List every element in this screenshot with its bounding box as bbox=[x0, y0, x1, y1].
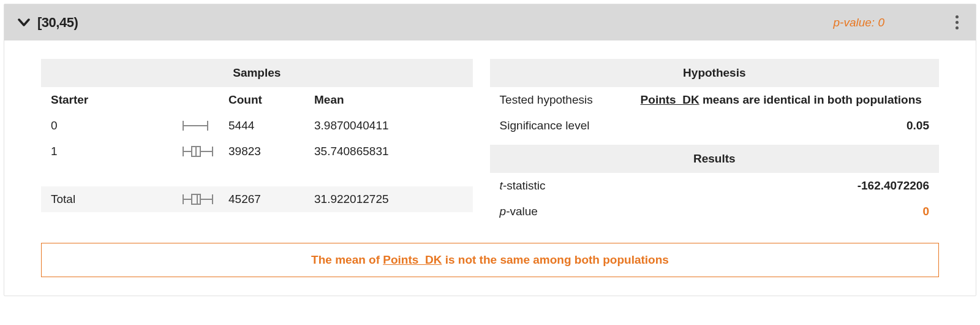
sample-starter: 0 bbox=[51, 119, 167, 132]
samples-column: Samples Starter Count Mean 0 5444 3.9870… bbox=[41, 59, 473, 224]
sample-row: 1 39823 35.740865831 bbox=[41, 139, 473, 164]
conclusion-suffix: is not the same among both populations bbox=[442, 253, 669, 266]
pvalue-label-suffix: -value bbox=[506, 205, 538, 218]
results-header: Results bbox=[490, 145, 939, 173]
sample-total-count: 45267 bbox=[228, 193, 314, 206]
sample-total-label: Total bbox=[51, 193, 167, 206]
samples-header: Samples bbox=[41, 59, 473, 87]
panel-header[interactable]: [30,45) p-value: 0 bbox=[4, 4, 976, 40]
svg-rect-11 bbox=[192, 194, 200, 204]
boxplot-icon bbox=[167, 119, 228, 132]
significance-value: 0.05 bbox=[641, 119, 929, 132]
pvalue-label: p-value bbox=[500, 205, 641, 218]
tested-hypothesis-label: Tested hypothesis bbox=[500, 93, 641, 107]
sample-total-row: Total 45267 31.922012725 bbox=[41, 186, 473, 212]
tstat-label: t-statistic bbox=[500, 179, 641, 193]
sample-row: 0 5444 3.9870040411 bbox=[41, 113, 473, 139]
tested-hypothesis-row: Tested hypothesis Points_DK means are id… bbox=[490, 87, 939, 113]
header-pvalue-value: 0 bbox=[878, 16, 884, 29]
tstat-label-suffix: -statistic bbox=[503, 179, 546, 192]
boxplot-icon bbox=[167, 193, 228, 206]
header-pvalue: p-value: 0 bbox=[834, 16, 884, 29]
sample-count: 5444 bbox=[228, 119, 314, 132]
sample-mean: 3.9870040411 bbox=[314, 119, 463, 132]
sample-starter: 1 bbox=[51, 145, 167, 158]
tstat-row: t-statistic -162.4072206 bbox=[490, 173, 939, 199]
hypothesis-header: Hypothesis bbox=[490, 59, 939, 87]
col-header-count: Count bbox=[228, 93, 314, 107]
panel-content: Samples Starter Count Mean 0 5444 3.9870… bbox=[4, 40, 976, 231]
boxplot-icon bbox=[167, 145, 228, 158]
tested-hypothesis-suffix: means are identical in both populations bbox=[699, 93, 922, 106]
kebab-menu-icon[interactable] bbox=[952, 12, 962, 33]
pvalue-label-prefix: p bbox=[500, 205, 507, 218]
conclusion-box: The mean of Points_DK is not the same am… bbox=[41, 243, 939, 277]
col-header-starter: Starter bbox=[51, 93, 167, 107]
tstat-value: -162.4072206 bbox=[641, 179, 929, 193]
conclusion-prefix: The mean of bbox=[311, 253, 383, 266]
samples-column-headers: Starter Count Mean bbox=[41, 87, 473, 113]
tested-hypothesis-variable: Points_DK bbox=[641, 93, 699, 106]
chevron-down-icon[interactable] bbox=[18, 18, 30, 27]
sample-mean: 35.740865831 bbox=[314, 145, 463, 158]
sample-count: 39823 bbox=[228, 145, 314, 158]
conclusion-variable: Points_DK bbox=[383, 253, 442, 266]
pvalue-row: p-value 0 bbox=[490, 199, 939, 224]
hypothesis-column: Hypothesis Tested hypothesis Points_DK m… bbox=[490, 59, 939, 224]
col-header-mean: Mean bbox=[314, 93, 463, 107]
spacer bbox=[41, 164, 473, 186]
header-pvalue-label: p-value: bbox=[834, 16, 878, 29]
sample-total-mean: 31.922012725 bbox=[314, 193, 463, 206]
test-result-panel: [30,45) p-value: 0 Samples Starter Count… bbox=[4, 4, 976, 296]
tested-hypothesis-text: Points_DK means are identical in both po… bbox=[641, 93, 929, 107]
significance-label: Significance level bbox=[500, 119, 641, 132]
header-title: [30,45) bbox=[37, 15, 78, 31]
pvalue-value: 0 bbox=[641, 205, 929, 218]
significance-row: Significance level 0.05 bbox=[490, 113, 939, 139]
